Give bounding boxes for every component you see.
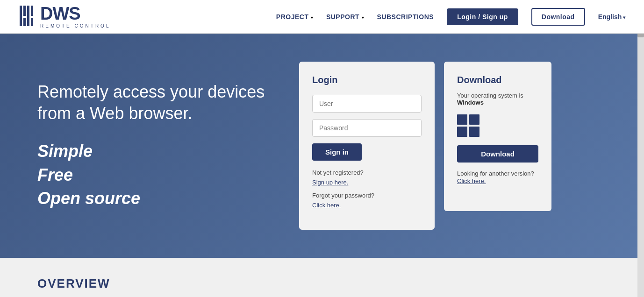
- windows-square-br: [469, 127, 479, 137]
- hero-tagline: Simple Free Open source: [37, 140, 280, 210]
- another-version-group: Looking for another version? Click here.: [457, 169, 538, 184]
- nav-item-download[interactable]: Download: [531, 13, 585, 21]
- signin-button[interactable]: Sign in: [312, 143, 362, 161]
- tagline-free: Free: [37, 165, 73, 184]
- forgot-text: Forgot your password?: [312, 192, 422, 199]
- nav-item-support[interactable]: SUPPORT: [326, 13, 364, 21]
- svg-rect-3: [27, 6, 29, 26]
- nav-link-support[interactable]: SUPPORT: [326, 13, 359, 21]
- nav-item-login[interactable]: Login / Sign up: [447, 13, 518, 21]
- download-card: Download Your operating system is Window…: [444, 62, 551, 211]
- language-selector[interactable]: English: [598, 13, 625, 21]
- tagline-simple: Simple: [37, 141, 93, 161]
- hero-text: Remotely access your devices from a Web …: [37, 81, 280, 211]
- nav-item-subscriptions[interactable]: SUBSCRIPTIONS: [377, 13, 434, 21]
- nav-link-subscriptions[interactable]: SUBSCRIPTIONS: [377, 13, 434, 21]
- download-button[interactable]: Download: [457, 145, 538, 163]
- logo-icon: [19, 4, 36, 30]
- nav-item-language[interactable]: English: [598, 13, 625, 21]
- navbar: DWS REMOTE CONTROL PROJECT SUPPORT SUBSC…: [0, 0, 644, 34]
- windows-square-bl: [457, 127, 467, 137]
- logo-text-block: DWS REMOTE CONTROL: [40, 5, 110, 28]
- hero-cards: Login Sign in Not yet registered? Sign u…: [299, 62, 551, 230]
- svg-rect-4: [31, 6, 33, 16]
- os-name: Windows: [457, 99, 484, 106]
- svg-rect-0: [20, 6, 22, 26]
- logo-svg: [19, 4, 36, 28]
- another-version-text: Looking for another version?: [457, 170, 534, 177]
- password-input[interactable]: [312, 119, 422, 137]
- signup-group: Not yet registered? Sign up here.: [312, 169, 422, 186]
- login-card-title: Login: [312, 75, 422, 85]
- nav-download-button[interactable]: Download: [531, 8, 585, 26]
- logo-main-text: DWS: [40, 5, 110, 22]
- windows-icon: [457, 114, 479, 137]
- windows-square-tl: [457, 114, 467, 125]
- download-card-title: Download: [457, 75, 538, 85]
- login-card: Login Sign in Not yet registered? Sign u…: [299, 62, 435, 230]
- not-registered-text: Not yet registered?: [312, 169, 422, 176]
- nav-link-project[interactable]: PROJECT: [276, 13, 309, 21]
- tagline-opensource: Open source: [37, 189, 140, 208]
- hero-section: Remotely access your devices from a Web …: [0, 34, 644, 258]
- login-signup-button[interactable]: Login / Sign up: [447, 8, 518, 25]
- os-description: Your operating system is: [457, 92, 523, 99]
- svg-rect-2: [23, 18, 26, 26]
- logo-sub-text: REMOTE CONTROL: [40, 23, 110, 28]
- scrollbar[interactable]: [637, 0, 644, 297]
- windows-square-tr: [469, 114, 479, 125]
- svg-rect-5: [31, 18, 33, 26]
- signup-link[interactable]: Sign up here.: [312, 179, 348, 186]
- logo: DWS REMOTE CONTROL: [19, 4, 110, 30]
- nav-menu: PROJECT SUPPORT SUBSCRIPTIONS Login / Si…: [276, 13, 625, 21]
- hero-title: Remotely access your devices from a Web …: [37, 81, 280, 125]
- overview-title: OVERVIEW: [37, 276, 607, 291]
- forgot-link[interactable]: Click here.: [312, 202, 341, 209]
- another-version-link[interactable]: Click here.: [457, 177, 538, 184]
- svg-rect-1: [23, 6, 26, 16]
- os-text: Your operating system is Windows: [457, 92, 538, 106]
- overview-section: OVERVIEW: [0, 258, 644, 297]
- user-input[interactable]: [312, 95, 422, 113]
- nav-item-project[interactable]: PROJECT: [276, 13, 313, 21]
- forgot-group: Forgot your password? Click here.: [312, 192, 422, 209]
